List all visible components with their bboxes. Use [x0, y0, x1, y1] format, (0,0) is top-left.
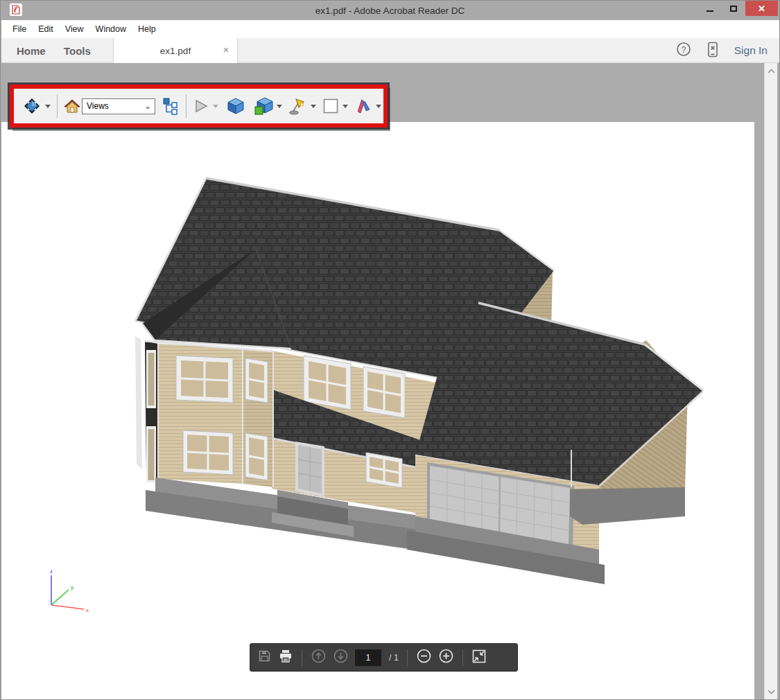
next-page-button[interactable]	[333, 648, 349, 667]
menu-help[interactable]: Help	[138, 24, 156, 34]
chevron-down-icon[interactable]	[277, 105, 282, 108]
cross-section-button[interactable]	[354, 97, 381, 115]
3d-navigation-tool-button[interactable]	[22, 96, 51, 116]
document-tab-label: ex1.pdf	[160, 46, 191, 56]
background-color-button[interactable]	[322, 98, 348, 114]
chevron-down-icon[interactable]	[343, 105, 348, 108]
front-door	[295, 441, 324, 497]
zoom-in-button[interactable]	[438, 648, 454, 667]
chevron-down-icon[interactable]	[45, 105, 51, 108]
3d-toolbar: Views ⌄	[14, 89, 383, 123]
scroll-up-button[interactable]	[765, 65, 778, 77]
red-highlight-annotation: Views ⌄	[10, 85, 388, 128]
scroll-down-button[interactable]	[765, 686, 778, 698]
page-total-label: / 1	[389, 653, 399, 663]
chevron-down-icon: ⌄	[144, 101, 151, 111]
maximize-button[interactable]	[722, 1, 745, 16]
menu-edit[interactable]: Edit	[38, 24, 53, 34]
use-perspective-projection-button[interactable]	[227, 97, 245, 115]
title-bar: ex1.pdf - Adobe Acrobat Reader DC ✕	[1, 1, 779, 20]
model-tree-button[interactable]	[162, 97, 180, 115]
svg-text:y: y	[71, 584, 73, 590]
views-dropdown[interactable]: Views ⌄	[82, 98, 155, 114]
chevron-down-icon[interactable]	[311, 105, 316, 108]
minimize-button[interactable]	[698, 1, 722, 16]
chevron-down-icon[interactable]	[213, 105, 218, 108]
tab-tools[interactable]: Tools	[64, 38, 91, 63]
save-button[interactable]	[257, 649, 272, 666]
lighting-button[interactable]	[288, 97, 316, 115]
acrobat-window: ex1.pdf - Adobe Acrobat Reader DC ✕ File…	[0, 0, 780, 700]
first-floor-window	[366, 453, 402, 488]
toolbar-separator	[407, 649, 408, 666]
menu-file[interactable]: File	[12, 24, 26, 34]
toolbar-separator	[57, 94, 58, 118]
previous-page-button[interactable]	[311, 648, 327, 667]
vertical-scrollbar[interactable]	[764, 63, 777, 700]
page-controls-toolbar: 1 / 1	[250, 643, 518, 672]
toolbar-separator	[462, 649, 463, 666]
default-view-home-button[interactable]	[64, 98, 80, 114]
tab-close-icon[interactable]: ×	[223, 44, 229, 55]
window-title: ex1.pdf - Adobe Acrobat Reader DC	[1, 6, 779, 16]
3d-model-house[interactable]: z y x	[1, 63, 779, 700]
chevron-down-icon[interactable]	[376, 105, 381, 108]
sign-in-link[interactable]: Sign In	[734, 44, 768, 57]
render-mode-button[interactable]	[254, 97, 282, 116]
views-dropdown-value: Views	[87, 101, 109, 111]
menu-view[interactable]: View	[65, 24, 84, 34]
zoom-out-button[interactable]	[416, 648, 432, 667]
toolbar-separator	[302, 649, 302, 666]
tab-home[interactable]: Home	[17, 38, 46, 63]
document-area: z y x	[1, 63, 779, 700]
close-button[interactable]: ✕	[745, 1, 778, 16]
axis-triad: z y x	[50, 568, 89, 613]
svg-text:?: ?	[681, 45, 686, 55]
page-number-input[interactable]: 1	[355, 649, 381, 666]
toolbar-separator	[186, 94, 187, 118]
help-icon[interactable]: ?	[676, 42, 691, 60]
svg-text:z: z	[50, 568, 53, 575]
menu-bar: File Edit View Window Help	[1, 20, 780, 38]
print-button[interactable]	[278, 649, 293, 666]
menu-window[interactable]: Window	[96, 24, 126, 34]
fit-window-toggle-button[interactable]	[471, 649, 487, 667]
send-to-mobile-icon[interactable]	[707, 42, 719, 60]
tab-document[interactable]: ex1.pdf ×	[113, 38, 238, 63]
tab-bar: Home Tools ex1.pdf × ? Sign In	[1, 38, 780, 63]
svg-text:x: x	[86, 607, 89, 613]
play-animation-button[interactable]	[193, 98, 218, 114]
